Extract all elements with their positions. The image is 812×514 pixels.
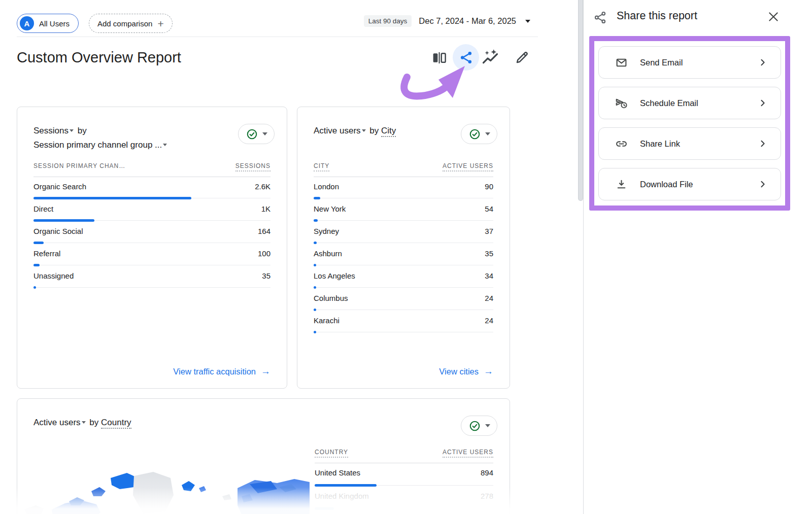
data-quality-pill[interactable] bbox=[238, 124, 275, 144]
row-bar bbox=[314, 331, 316, 333]
card-title: Sessions by Session primary channel grou… bbox=[33, 124, 270, 152]
share-option-download-file[interactable]: Download File bbox=[598, 168, 781, 200]
table-body: London 90 New York 54 Sydney 37 Ashburn … bbox=[314, 177, 493, 333]
row-label: Sydney bbox=[314, 227, 339, 235]
share-icon bbox=[593, 11, 607, 26]
row-value: 35 bbox=[485, 249, 493, 258]
table-row: London 90 bbox=[314, 177, 493, 199]
share-panel-title: Share this report bbox=[617, 10, 697, 22]
share-option-label: Send Email bbox=[640, 58, 683, 67]
edit-icon[interactable] bbox=[514, 49, 531, 65]
dimension-dropdown[interactable]: Session primary channel group ... bbox=[33, 140, 162, 150]
table-row: Organic Search 2.6K bbox=[33, 177, 270, 199]
report-main: A All Users Add comparison + Last 90 day… bbox=[0, 0, 583, 514]
chevron-down-icon bbox=[262, 132, 267, 135]
close-icon[interactable] bbox=[766, 9, 781, 24]
chevron-right-icon bbox=[757, 57, 768, 68]
share-option-send-email[interactable]: Send Email bbox=[598, 46, 781, 79]
row-label: Organic Social bbox=[33, 227, 83, 235]
metric-column-header: ACTIVE USERS bbox=[443, 162, 493, 172]
row-bar bbox=[33, 286, 36, 289]
add-comparison-button[interactable]: Add comparison + bbox=[89, 14, 173, 33]
table-header: COUNTRY ACTIVE USERS bbox=[315, 449, 493, 463]
table-body: United States 894 United Kingdom 278 bbox=[315, 463, 493, 510]
view-cities-link[interactable]: View cities→ bbox=[439, 366, 493, 377]
row-label: United Kingdom bbox=[315, 492, 369, 500]
chevron-down-icon bbox=[163, 144, 167, 146]
annotation-highlight-box: Send Email Schedule Email Share Link Dow… bbox=[589, 36, 790, 211]
metric-dropdown[interactable]: Sessions bbox=[33, 126, 69, 135]
table-header: SESSION PRIMARY CHAN… SESSIONS bbox=[33, 162, 270, 177]
table-row: Organic Social 164 bbox=[33, 222, 270, 244]
by-text: by bbox=[78, 126, 87, 135]
sessions-by-channel-card: Sessions by Session primary channel grou… bbox=[17, 107, 287, 389]
link-icon bbox=[615, 138, 628, 150]
arrow-right-icon: → bbox=[484, 366, 493, 377]
schedule-send-icon bbox=[615, 97, 628, 110]
view-traffic-acquisition-link[interactable]: View traffic acquisition→ bbox=[173, 366, 270, 377]
metric-column-header: ACTIVE USERS bbox=[443, 449, 493, 458]
country-table: COUNTRY ACTIVE USERS United States 894 U… bbox=[315, 449, 493, 510]
row-bar bbox=[33, 242, 44, 244]
audience-chip-label: All Users bbox=[39, 19, 70, 28]
share-panel-header: Share this report bbox=[584, 0, 812, 33]
page-title: Custom Overview Report bbox=[17, 49, 181, 66]
download-icon bbox=[615, 178, 628, 191]
dimension-column-header: SESSION PRIMARY CHAN… bbox=[33, 162, 125, 172]
table-body: Organic Search 2.6K Direct 1K Organic So… bbox=[33, 177, 270, 289]
metric-dropdown[interactable]: Active users bbox=[314, 126, 361, 135]
all-users-chip[interactable]: A All Users bbox=[17, 14, 79, 33]
chevron-down-icon bbox=[70, 129, 74, 132]
table-row: Referral 100 bbox=[33, 244, 270, 266]
row-label: Karachi bbox=[314, 316, 340, 325]
share-option-share-link[interactable]: Share Link bbox=[598, 127, 781, 160]
row-value: 2.6K bbox=[255, 182, 270, 191]
active-users-by-country-card: Active users by Country bbox=[17, 398, 510, 514]
arrow-right-icon: → bbox=[261, 366, 270, 377]
comparison-icon[interactable] bbox=[431, 50, 448, 65]
email-icon bbox=[615, 56, 628, 69]
row-value: 24 bbox=[485, 316, 493, 325]
dimension-column-header: CITY bbox=[314, 162, 329, 172]
row-value: 35 bbox=[262, 271, 270, 280]
chevron-right-icon bbox=[757, 179, 768, 190]
row-value: 54 bbox=[485, 204, 493, 213]
table-row: Columbus 24 bbox=[314, 289, 493, 311]
share-icon[interactable] bbox=[453, 44, 479, 71]
table-row: Sydney 37 bbox=[314, 222, 493, 244]
row-value: 278 bbox=[481, 492, 493, 500]
row-value: 90 bbox=[485, 182, 493, 191]
row-label: Unassigned bbox=[33, 271, 74, 280]
row-label: Columbus bbox=[314, 294, 348, 302]
dimension-dropdown[interactable]: City bbox=[381, 126, 396, 137]
row-bar bbox=[33, 219, 94, 222]
share-option-label: Schedule Email bbox=[640, 98, 698, 108]
row-label: Los Angeles bbox=[314, 271, 355, 280]
dimension-dropdown[interactable]: Country bbox=[101, 418, 131, 429]
share-option-label: Download File bbox=[640, 180, 693, 189]
world-map bbox=[20, 451, 310, 514]
table-row: Unassigned 35 bbox=[33, 266, 270, 289]
card-title: Active users by Country bbox=[33, 416, 493, 430]
share-option-schedule-email[interactable]: Schedule Email bbox=[598, 87, 781, 119]
share-panel: Share this report Send Email Schedule Em… bbox=[583, 0, 812, 514]
row-bar bbox=[314, 219, 318, 222]
active-users-by-city-card: Active users by City CITY ACTIVE USERS L… bbox=[297, 107, 510, 389]
date-preset-badge: Last 90 days bbox=[364, 15, 412, 27]
by-text: by bbox=[89, 418, 98, 427]
row-value: 894 bbox=[481, 468, 493, 477]
table-row: Karachi 24 bbox=[314, 311, 493, 333]
row-label: Organic Search bbox=[33, 182, 86, 191]
data-quality-pill[interactable] bbox=[461, 416, 497, 436]
chevron-down-icon bbox=[362, 129, 366, 132]
data-quality-pill[interactable] bbox=[461, 124, 497, 144]
date-range-selector[interactable]: Last 90 days Dec 7, 2024 - Mar 6, 2025 bbox=[304, 15, 530, 27]
share-option-label: Share Link bbox=[640, 139, 680, 149]
insights-icon[interactable] bbox=[481, 49, 499, 66]
table-row: United Kingdom 278 bbox=[315, 487, 493, 510]
plus-icon: + bbox=[157, 18, 163, 29]
row-value: 100 bbox=[258, 249, 270, 258]
row-bar bbox=[314, 286, 316, 289]
metric-dropdown[interactable]: Active users bbox=[33, 418, 81, 427]
scrollbar-thumb[interactable] bbox=[578, 0, 583, 201]
